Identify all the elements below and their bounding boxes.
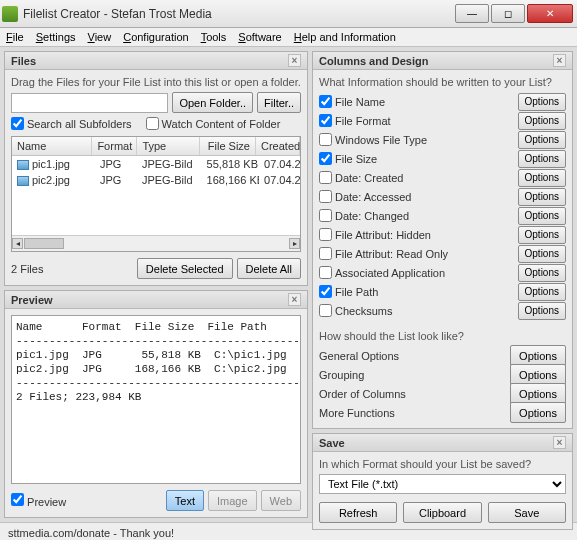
menu-software[interactable]: Software <box>238 31 281 43</box>
preview-text-area[interactable]: Name Format File Size File Path --------… <box>11 315 301 484</box>
columns-hint: What Information should be written to yo… <box>319 76 566 88</box>
image-file-icon <box>17 160 29 170</box>
menu-settings[interactable]: Settings <box>36 31 76 43</box>
options-button[interactable]: Options <box>518 169 566 187</box>
column-windows-file-type-checkbox[interactable]: Windows File Type <box>319 133 427 146</box>
preview-text-button[interactable]: Text <box>166 490 204 511</box>
menu-tools[interactable]: Tools <box>201 31 227 43</box>
options-button[interactable]: Options <box>518 150 566 168</box>
options-button[interactable]: Options <box>518 93 566 111</box>
table-row[interactable]: pic2.jpgJPGJPEG-Bild168,166 KB07.04.20 <box>12 172 300 188</box>
close-icon[interactable]: × <box>288 54 301 67</box>
menu-configuration[interactable]: Configuration <box>123 31 188 43</box>
image-file-icon <box>17 176 29 186</box>
column-file-format-checkbox[interactable]: File Format <box>319 114 391 127</box>
folder-input[interactable] <box>11 93 168 113</box>
column-file-path-checkbox[interactable]: File Path <box>319 285 378 298</box>
close-icon[interactable]: × <box>553 54 566 67</box>
options-button[interactable]: Options <box>518 264 566 282</box>
options-button[interactable]: Options <box>518 283 566 301</box>
delete-selected-button[interactable]: Delete Selected <box>137 258 233 279</box>
options-button[interactable]: Options <box>510 364 566 385</box>
column-checksums-checkbox[interactable]: Checksums <box>319 304 392 317</box>
save-button[interactable]: Save <box>488 502 566 523</box>
preview-panel-title: Preview <box>11 294 53 306</box>
open-folder-button[interactable]: Open Folder.. <box>172 92 253 113</box>
preview-web-button[interactable]: Web <box>261 490 301 511</box>
column-file-attribut-read-only-checkbox[interactable]: File Attribut: Read Only <box>319 247 448 260</box>
table-row[interactable]: pic1.jpgJPGJPEG-Bild55,818 KB07.04.20 <box>12 156 300 172</box>
menu-bar: FileSettingsViewConfigurationToolsSoftwa… <box>0 28 577 47</box>
look-row-label: Grouping <box>319 369 364 381</box>
search-subfolders-checkbox[interactable]: Search all Subfolders <box>11 117 132 130</box>
look-row-label: General Options <box>319 350 399 362</box>
watch-folder-checkbox[interactable]: Watch Content of Folder <box>146 117 281 130</box>
close-button[interactable]: ✕ <box>527 4 573 23</box>
options-button[interactable]: Options <box>518 131 566 149</box>
files-panel: Files × Drag the Files for your File Lis… <box>4 51 308 286</box>
file-list-header: Name Format Type File Size Created <box>12 137 300 156</box>
options-button[interactable]: Options <box>518 188 566 206</box>
scroll-thumb[interactable] <box>24 238 64 249</box>
minimize-button[interactable]: — <box>455 4 489 23</box>
menu-file[interactable]: File <box>6 31 24 43</box>
close-icon[interactable]: × <box>288 293 301 306</box>
options-button[interactable]: Options <box>518 226 566 244</box>
options-button[interactable]: Options <box>510 402 566 423</box>
refresh-button[interactable]: Refresh <box>319 502 397 523</box>
save-hint: In which Format should your List be save… <box>319 458 566 470</box>
scroll-left-icon[interactable]: ◂ <box>12 238 23 249</box>
save-panel-title: Save <box>319 437 345 449</box>
file-count: 2 Files <box>11 263 43 275</box>
columns-panel: Columns and Design × What Information sh… <box>312 51 573 429</box>
window-title: Filelist Creator - Stefan Trost Media <box>23 7 455 21</box>
column-date-changed-checkbox[interactable]: Date: Changed <box>319 209 409 222</box>
columns-panel-title: Columns and Design <box>319 55 428 67</box>
options-button[interactable]: Options <box>518 302 566 320</box>
options-button[interactable]: Options <box>518 245 566 263</box>
column-file-attribut-hidden-checkbox[interactable]: File Attribut: Hidden <box>319 228 431 241</box>
horizontal-scrollbar[interactable]: ◂ ▸ <box>12 235 300 251</box>
column-date-created-checkbox[interactable]: Date: Created <box>319 171 403 184</box>
scroll-right-icon[interactable]: ▸ <box>289 238 300 249</box>
column-associated-application-checkbox[interactable]: Associated Application <box>319 266 445 279</box>
delete-all-button[interactable]: Delete All <box>237 258 301 279</box>
file-list[interactable]: Name Format Type File Size Created pic1.… <box>11 136 301 252</box>
column-file-size-checkbox[interactable]: File Size <box>319 152 377 165</box>
close-icon[interactable]: × <box>553 436 566 449</box>
maximize-button[interactable]: ◻ <box>491 4 525 23</box>
preview-image-button[interactable]: Image <box>208 490 257 511</box>
preview-panel: Preview × Name Format File Size File Pat… <box>4 290 308 518</box>
column-date-accessed-checkbox[interactable]: Date: Accessed <box>319 190 411 203</box>
filter-button[interactable]: Filter.. <box>257 92 301 113</box>
menu-help-and-information[interactable]: Help and Information <box>294 31 396 43</box>
options-button[interactable]: Options <box>510 345 566 366</box>
options-button[interactable]: Options <box>518 207 566 225</box>
save-format-select[interactable]: Text File (*.txt) <box>319 474 566 494</box>
save-panel: Save × In which Format should your List … <box>312 433 573 530</box>
options-button[interactable]: Options <box>518 112 566 130</box>
clipboard-button[interactable]: Clipboard <box>403 502 481 523</box>
app-icon <box>2 6 18 22</box>
look-row-label: More Functions <box>319 407 395 419</box>
menu-view[interactable]: View <box>88 31 112 43</box>
column-file-name-checkbox[interactable]: File Name <box>319 95 385 108</box>
preview-checkbox[interactable]: Preview <box>11 493 66 508</box>
files-hint: Drag the Files for your File List into t… <box>11 76 301 88</box>
look-row-label: Order of Columns <box>319 388 406 400</box>
files-panel-title: Files <box>11 55 36 67</box>
options-button[interactable]: Options <box>510 383 566 404</box>
title-bar: Filelist Creator - Stefan Trost Media — … <box>0 0 577 28</box>
look-hint: How should the List look like? <box>319 330 566 342</box>
